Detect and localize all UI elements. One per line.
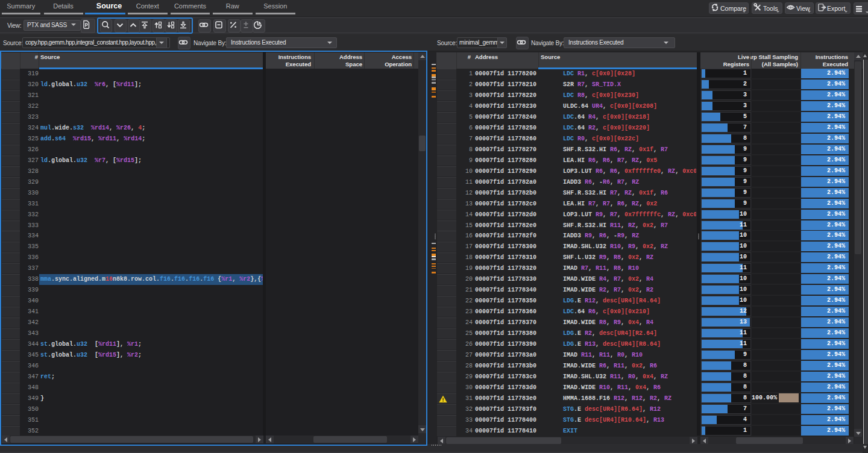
svg-text:View: View: [796, 5, 810, 12]
svg-text:Compare: Compare: [720, 5, 746, 12]
svg-text:Export: Export: [827, 5, 845, 12]
svg-text:Tools: Tools: [763, 5, 778, 12]
